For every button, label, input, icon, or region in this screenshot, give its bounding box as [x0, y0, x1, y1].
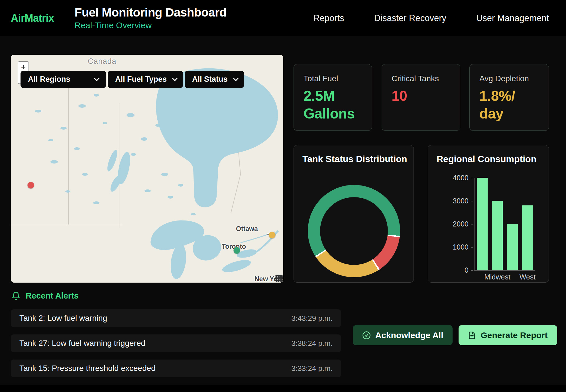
chevron-down-icon — [94, 76, 99, 81]
bar-3 — [522, 205, 533, 270]
acknowledge-all-button[interactable]: Acknowledge All — [353, 325, 453, 345]
alert-message: Tank 2: Low fuel warning — [19, 314, 107, 323]
alert-message: Tank 15: Pressure threshold exceeded — [19, 364, 156, 373]
x-tick-label: Midwest — [480, 273, 514, 281]
map-marker-critical[interactable] — [27, 182, 34, 188]
y-tick-mark — [471, 247, 473, 248]
tank-status-card: Tank Status Distribution — [294, 145, 414, 283]
alert-time: 3:43:29 p.m. — [291, 314, 333, 323]
chevron-down-icon — [172, 76, 177, 81]
page-title: Fuel Monitoring Dashboard — [75, 6, 227, 19]
stat-card-avg-depletion: Avg Depletion 1.8%/ day — [469, 64, 549, 131]
stat-label: Avg Depletion — [479, 74, 539, 83]
footer-strip — [0, 385, 566, 392]
stat-label: Total Fuel — [304, 74, 362, 83]
bar-1 — [492, 201, 503, 270]
alert-message: Tank 27: Low fuel warning triggered — [19, 339, 145, 348]
bar-0 — [477, 178, 488, 270]
title-block: Fuel Monitoring Dashboard Real-Time Over… — [75, 6, 227, 30]
region-filter-value: All Regions — [28, 75, 70, 84]
map-marker-normal[interactable] — [233, 247, 240, 254]
bar-chart: 01000200030004000MidwestWest — [428, 145, 549, 282]
y-tick-label: 2000 — [437, 220, 469, 228]
nav-reports[interactable]: Reports — [313, 13, 344, 23]
alert-row[interactable]: Tank 27: Low fuel warning triggered 3:38… — [11, 334, 341, 352]
alert-time: 3:33:24 p.m. — [291, 364, 333, 373]
map-label-ottawa: Ottawa — [236, 225, 258, 233]
region-filter-dropdown[interactable]: All Regions — [21, 71, 106, 88]
y-tick-mark — [471, 270, 473, 271]
fuel-type-filter-value: All Fuel Types — [115, 75, 167, 84]
alerts-title: Recent Alerts — [26, 291, 79, 301]
donut-chart — [308, 185, 400, 277]
regional-consumption-card: Regional Consumption 01000200030004000Mi… — [428, 145, 549, 283]
status-filter-dropdown[interactable]: All Status — [185, 71, 244, 88]
map-marker-warning[interactable] — [269, 232, 275, 238]
map-resize-handle[interactable] — [275, 275, 283, 282]
map-label-canada: Canada — [88, 57, 117, 66]
map-filters: All Regions All Fuel Types All Status — [21, 71, 244, 88]
y-tick-label: 0 — [437, 266, 469, 274]
stat-value: 10 — [392, 87, 450, 105]
generate-report-button[interactable]: Generate Report — [459, 325, 557, 345]
brand-logo[interactable]: AirMatrix — [11, 12, 54, 24]
x-tick-label: West — [510, 273, 545, 281]
page-subtitle: Real-Time Overview — [75, 21, 227, 30]
app-root: AirMatrix Fuel Monitoring Dashboard Real… — [0, 0, 566, 392]
fuel-type-filter-dropdown[interactable]: All Fuel Types — [108, 71, 183, 88]
status-filter-value: All Status — [192, 75, 228, 84]
donut-chart-title: Tank Status Distribution — [302, 154, 407, 164]
y-tick-label: 4000 — [437, 174, 469, 182]
y-tick-mark — [471, 178, 473, 178]
stat-card-total-fuel: Total Fuel 2.5M Gallons — [294, 64, 372, 131]
y-tick-label: 1000 — [437, 243, 469, 251]
y-tick-label: 3000 — [437, 197, 469, 205]
nav-user-management[interactable]: User Management — [476, 13, 549, 23]
stat-value: 1.8%/ day — [479, 87, 539, 122]
alert-row[interactable]: Tank 15: Pressure threshold exceeded 3:3… — [11, 360, 341, 377]
stat-card-critical-tanks: Critical Tanks 10 — [382, 64, 460, 131]
map-panel[interactable]: Canada Ottawa Toronto New York + − All R… — [11, 55, 283, 283]
alerts-header: Recent Alerts — [11, 291, 79, 301]
y-tick-mark — [471, 224, 473, 224]
header: AirMatrix Fuel Monitoring Dashboard Real… — [0, 0, 566, 36]
bar-2 — [507, 224, 518, 270]
y-tick-mark — [471, 201, 473, 201]
alert-row[interactable]: Tank 2: Low fuel warning 3:43:29 p.m. — [11, 309, 341, 327]
alert-time: 3:38:24 p.m. — [291, 339, 333, 348]
bell-icon — [11, 291, 21, 301]
x-axis — [474, 270, 535, 271]
main-nav: Reports Disaster Recovery User Managemen… — [313, 13, 549, 23]
y-axis — [474, 178, 475, 270]
donut-hole — [320, 197, 388, 265]
document-icon — [468, 331, 476, 339]
generate-report-label: Generate Report — [481, 330, 547, 340]
chevron-down-icon — [233, 76, 238, 81]
acknowledge-all-label: Acknowledge All — [375, 330, 443, 340]
check-circle-icon — [362, 331, 371, 340]
stat-value: 2.5M Gallons — [304, 87, 362, 122]
nav-disaster-recovery[interactable]: Disaster Recovery — [374, 13, 446, 23]
stat-label: Critical Tanks — [392, 74, 450, 83]
